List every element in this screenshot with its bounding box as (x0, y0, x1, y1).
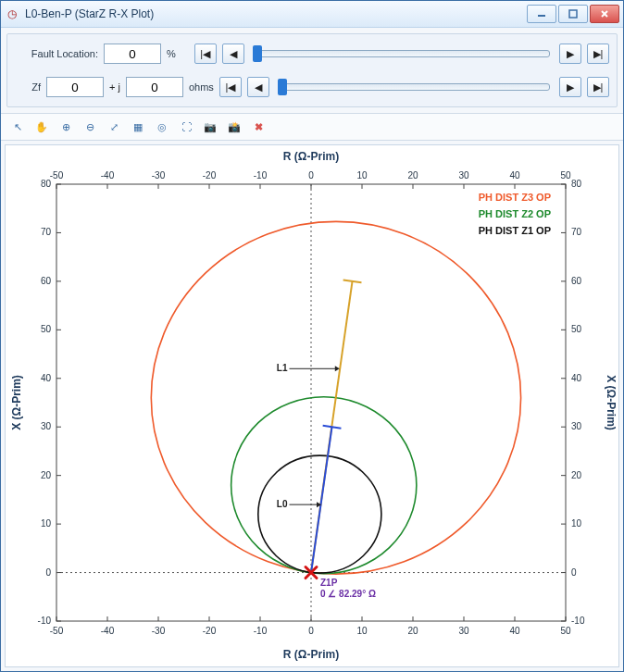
title-bar[interactable]: ◷ L0-Ben-P (StarZ R-X Plot) (1, 1, 623, 28)
svg-text:-30: -30 (152, 170, 166, 180)
svg-text:50: 50 (560, 170, 571, 180)
svg-text:30: 30 (571, 421, 582, 431)
app-window: ◷ L0-Ben-P (StarZ R-X Plot) Fault Locati… (0, 0, 624, 672)
svg-text:-20: -20 (203, 170, 217, 180)
fault-unit: % (167, 48, 176, 59)
fault-location-label: Fault Location: (15, 48, 98, 59)
svg-text:60: 60 (41, 276, 52, 286)
zf-label: Zf (15, 81, 41, 93)
svg-text:X (Ω-Prim): X (Ω-Prim) (10, 375, 23, 430)
svg-text:10: 10 (356, 626, 368, 636)
fit-icon[interactable]: ⤢ (103, 116, 125, 138)
fault-slider-thumb[interactable] (253, 45, 262, 62)
svg-text:80: 80 (41, 179, 52, 189)
svg-text:-30: -30 (152, 626, 166, 636)
svg-text:40: 40 (509, 170, 520, 180)
svg-text:50: 50 (41, 324, 52, 334)
svg-text:50: 50 (560, 626, 571, 636)
fault-row: Fault Location: % |◀ ◀ ▶ ▶| (15, 44, 609, 64)
svg-text:10: 10 (41, 518, 52, 529)
svg-text:R (Ω-Prim): R (Ω-Prim) (283, 648, 339, 661)
zf-slider[interactable] (279, 83, 550, 91)
svg-text:R (Ω-Prim): R (Ω-Prim) (283, 150, 339, 163)
svg-text:40: 40 (571, 373, 582, 383)
zoom-in-icon[interactable]: ⊕ (55, 116, 77, 138)
svg-text:PH DIST Z3 OP: PH DIST Z3 OP (479, 192, 551, 203)
zf-imag-input[interactable] (126, 77, 183, 97)
svg-text:L0: L0 (277, 499, 288, 509)
camera-icon[interactable]: 📷 (199, 116, 221, 138)
svg-text:0: 0 (308, 626, 314, 636)
svg-text:Z1P: Z1P (320, 578, 338, 588)
svg-text:-50: -50 (50, 170, 64, 180)
fault-location-input[interactable] (104, 44, 161, 64)
rx-plot[interactable]: -50-50-40-40-30-30-20-20-10-100010102020… (6, 145, 617, 666)
hand-icon[interactable]: ✋ (31, 116, 53, 138)
fault-next-button[interactable]: ▶ (559, 44, 581, 64)
window-buttons (527, 5, 619, 23)
zf-first-button[interactable]: |◀ (219, 77, 242, 97)
zf-last-button[interactable]: ▶| (587, 77, 609, 97)
svg-text:-40: -40 (101, 170, 115, 180)
svg-text:40: 40 (509, 626, 520, 636)
svg-text:10: 10 (571, 518, 582, 529)
minimize-button[interactable] (527, 5, 556, 23)
maximize-button[interactable] (558, 5, 588, 23)
target-icon[interactable]: ◎ (151, 116, 173, 138)
zf-real-input[interactable] (46, 77, 104, 97)
svg-text:-20: -20 (203, 626, 217, 636)
zf-plus-j: + j (109, 81, 120, 93)
svg-text:30: 30 (458, 170, 469, 180)
svg-text:70: 70 (571, 227, 582, 237)
svg-text:0: 0 (571, 567, 577, 578)
zf-row: Zf + j ohms |◀ ◀ ▶ ▶| (15, 77, 609, 97)
zoom-out-icon[interactable]: ⊖ (79, 116, 101, 138)
svg-text:80: 80 (571, 179, 582, 189)
svg-text:20: 20 (407, 170, 418, 180)
zf-slider-thumb[interactable] (278, 79, 287, 95)
svg-text:-50: -50 (50, 626, 64, 636)
delete-icon[interactable]: ✖ (247, 116, 269, 138)
svg-text:30: 30 (458, 626, 469, 636)
svg-text:PH DIST Z2 OP: PH DIST Z2 OP (479, 208, 551, 219)
zf-next-button[interactable]: ▶ (559, 77, 581, 97)
zf-unit: ohms (189, 81, 214, 93)
controls-panel: Fault Location: % |◀ ◀ ▶ ▶| Zf + j ohms … (6, 33, 618, 107)
svg-text:20: 20 (571, 470, 582, 480)
svg-text:50: 50 (571, 324, 582, 334)
svg-text:-10: -10 (254, 626, 268, 636)
svg-text:20: 20 (407, 626, 418, 636)
svg-text:0: 0 (308, 170, 314, 180)
svg-text:-10: -10 (254, 170, 268, 180)
svg-text:70: 70 (41, 227, 52, 237)
svg-text:10: 10 (356, 170, 368, 180)
svg-text:L1: L1 (277, 363, 288, 373)
svg-text:40: 40 (41, 373, 52, 383)
svg-text:PH DIST Z1 OP: PH DIST Z1 OP (479, 225, 551, 236)
svg-text:-40: -40 (101, 626, 115, 636)
pointer-icon[interactable]: ↖ (6, 116, 29, 138)
svg-text:-10: -10 (571, 616, 585, 626)
camera2-icon[interactable]: 📸 (223, 116, 245, 138)
plot-toolbar: ↖✋⊕⊖⤢▦◎⛶📷📸✖ (1, 113, 623, 141)
svg-text:-10: -10 (38, 616, 52, 626)
plot-area[interactable]: -50-50-40-40-30-30-20-20-10-100010102020… (5, 144, 619, 667)
svg-text:20: 20 (41, 470, 52, 480)
svg-text:0 ∠ 82.29° Ω: 0 ∠ 82.29° Ω (320, 589, 376, 599)
svg-rect-1 (569, 10, 577, 18)
fault-slider[interactable] (254, 50, 550, 57)
svg-text:0: 0 (45, 567, 51, 578)
window-title: L0-Ben-P (StarZ R-X Plot) (25, 7, 521, 20)
svg-text:60: 60 (571, 276, 582, 286)
fault-first-button[interactable]: |◀ (194, 44, 217, 64)
fault-prev-button[interactable]: ◀ (222, 44, 244, 64)
svg-text:30: 30 (41, 421, 52, 431)
grid-icon[interactable]: ▦ (127, 116, 149, 138)
zf-prev-button[interactable]: ◀ (247, 77, 269, 97)
app-icon: ◷ (5, 6, 19, 21)
fault-last-button[interactable]: ▶| (587, 44, 609, 64)
svg-text:X (Ω-Prim): X (Ω-Prim) (605, 375, 617, 430)
close-button[interactable] (590, 5, 619, 23)
fullscreen-icon[interactable]: ⛶ (175, 116, 197, 138)
